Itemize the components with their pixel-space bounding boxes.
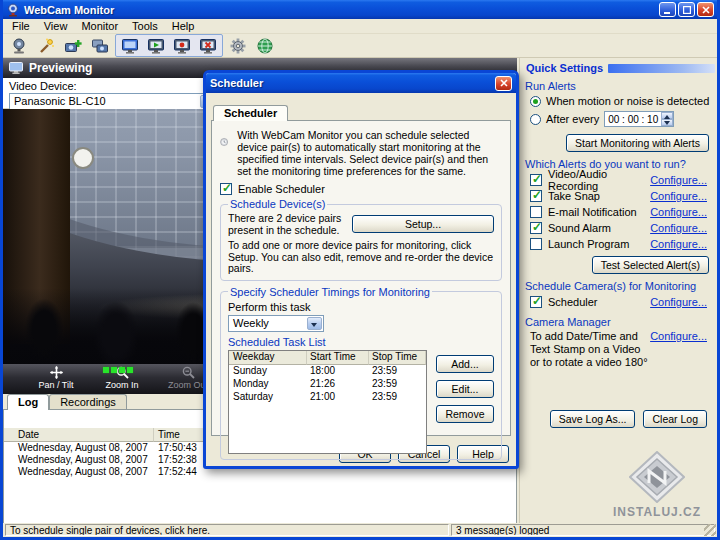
scheduler-close-button[interactable] (495, 76, 512, 91)
menu-file[interactable]: File (5, 19, 37, 34)
task-list-heading: Scheduled Task List (228, 336, 494, 348)
menu-bar: File View Monitor Tools Help (3, 19, 717, 34)
alert-row-video-audio: Video/Audio Recording Configure... (530, 172, 707, 188)
interval-radio-label: After every (546, 113, 599, 125)
settings-button[interactable] (226, 35, 250, 56)
email-notification-checkbox[interactable] (530, 206, 542, 218)
interval-radio-row[interactable]: After every 00 : 00 : 10 (530, 110, 717, 128)
setup-button[interactable]: Setup... (352, 215, 494, 233)
interval-time-field[interactable]: 00 : 00 : 10 (604, 111, 674, 127)
interval-time-value: 00 : 00 : 10 (608, 114, 658, 125)
minimize-button[interactable] (659, 2, 676, 17)
edit-task-button[interactable]: Edit... (436, 380, 494, 398)
preview-monitor-button[interactable] (118, 35, 142, 56)
scheduler-dialog-title: Scheduler (210, 77, 263, 89)
schedule-devices-heading: Schedule Device(s) (228, 198, 327, 210)
record-button[interactable] (170, 35, 194, 56)
pan-tilt-button[interactable]: Pan / Tilt (31, 366, 81, 390)
enable-scheduler-checkbox[interactable] (220, 183, 232, 195)
wizard-button[interactable] (34, 35, 58, 56)
status-bar: To schedule single pair of devices, clic… (3, 523, 717, 537)
tab-log[interactable]: Log (7, 394, 49, 410)
take-snap-checkbox[interactable] (530, 190, 542, 202)
save-log-as-button[interactable]: Save Log As... (550, 410, 636, 428)
remove-task-button[interactable]: Remove (436, 405, 494, 423)
maximize-icon (683, 6, 691, 14)
scheduler-dialog-titlebar: Scheduler (206, 73, 516, 93)
column-stop-time[interactable]: Stop Time (369, 351, 426, 365)
configure-launch-program-link[interactable]: Configure... (650, 238, 707, 250)
schedule-heading: Schedule Camera(s) for Monitoring (525, 280, 717, 292)
timings-heading: Specify Scheduler Timings for Monitoring (228, 286, 432, 298)
frequency-select[interactable]: Weekly (228, 315, 324, 332)
preview-header-title: Previewing (29, 61, 92, 75)
resize-grip[interactable] (704, 524, 716, 536)
scheduled-task-list[interactable]: Weekday Start Time Stop Time Sunday 18:0… (228, 350, 427, 454)
spinner-up-icon[interactable] (661, 112, 673, 119)
task-row[interactable]: Monday 21:26 23:59 (229, 378, 426, 391)
menu-view[interactable]: View (37, 19, 75, 34)
maximize-button[interactable] (678, 2, 695, 17)
add-camera-button[interactable] (61, 35, 85, 56)
monitor-record-icon (173, 37, 191, 55)
globe-icon (256, 37, 274, 55)
log-column-date[interactable]: Date (4, 428, 154, 442)
audio-level-meter (103, 367, 133, 373)
video-audio-recording-checkbox[interactable] (530, 174, 542, 186)
close-icon (702, 6, 710, 14)
column-weekday[interactable]: Weekday (229, 351, 307, 365)
start-monitoring-with-alerts-button[interactable]: Start Monitoring with Alerts (566, 134, 709, 152)
motion-radio-row[interactable]: When motion or noise is detected (530, 94, 717, 108)
title-bar: WebCam Monitor (3, 0, 717, 19)
alert-row-take-snap: Take Snap Configure... (530, 188, 707, 204)
column-start-time[interactable]: Start Time (307, 351, 369, 365)
scheduler-timings-group: Specify Scheduler Timings for Monitoring… (220, 286, 502, 460)
interval-radio[interactable] (530, 114, 541, 125)
launch-program-checkbox[interactable] (530, 238, 542, 250)
preview-header-icon (9, 62, 23, 74)
close-button[interactable] (697, 2, 714, 17)
configure-email-link[interactable]: Configure... (650, 206, 707, 218)
task-header-row: Weekday Start Time Stop Time (229, 351, 426, 365)
gear-icon (229, 37, 247, 55)
task-row[interactable]: Sunday 18:00 23:59 (229, 365, 426, 378)
alert-row-launch-program: Launch Program Configure... (530, 236, 707, 252)
take-snap-label: Take Snap (548, 190, 650, 202)
configure-video-audio-link[interactable]: Configure... (650, 174, 707, 186)
frequency-value: Weekly (233, 317, 269, 329)
menu-monitor[interactable]: Monitor (74, 19, 125, 34)
task-row[interactable]: Saturday 21:00 23:59 (229, 391, 426, 404)
camera-pair-button[interactable] (88, 35, 112, 56)
test-selected-alerts-button[interactable]: Test Selected Alert(s) (592, 256, 709, 274)
toolbar (3, 34, 717, 58)
configure-scheduler-link[interactable]: Configure... (650, 296, 707, 308)
web-button[interactable] (253, 35, 277, 56)
scheduler-intro: With WebCam Monitor you can schedule sel… (220, 127, 502, 177)
scheduler-checkbox[interactable] (530, 296, 542, 308)
close-icon (500, 79, 508, 87)
scheduler-tabstrip: Scheduler (211, 105, 511, 121)
configure-camera-manager-link[interactable]: Configure... (650, 330, 707, 369)
start-monitoring-button[interactable] (144, 35, 168, 56)
menu-tools[interactable]: Tools (125, 19, 165, 34)
zoom-out-label: Zoom Out (168, 380, 208, 390)
interval-spinner[interactable] (661, 112, 673, 126)
add-task-button[interactable]: Add... (436, 355, 494, 373)
clear-log-button[interactable]: Clear Log (643, 410, 707, 428)
configure-take-snap-link[interactable]: Configure... (650, 190, 707, 202)
video-device-select[interactable]: Panasonic BL-C10 (9, 93, 217, 110)
spinner-down-icon[interactable] (661, 119, 673, 126)
tab-recordings[interactable]: Recordings (49, 394, 127, 410)
setup-row: There are 2 device pairs present in the … (228, 212, 494, 236)
configure-sound-alarm-link[interactable]: Configure... (650, 222, 707, 234)
stop-monitoring-button[interactable] (196, 35, 220, 56)
status-schedule-hint[interactable]: To schedule single pair of devices, clic… (5, 524, 449, 536)
tab-scheduler[interactable]: Scheduler (213, 105, 288, 121)
sound-alarm-label: Sound Alarm (548, 222, 650, 234)
camera-manager-heading: Camera Manager (525, 316, 717, 328)
menu-help[interactable]: Help (165, 19, 202, 34)
app-icon (6, 3, 20, 17)
sound-alarm-checkbox[interactable] (530, 222, 542, 234)
device-button[interactable] (7, 35, 31, 56)
motion-radio[interactable] (530, 96, 541, 107)
